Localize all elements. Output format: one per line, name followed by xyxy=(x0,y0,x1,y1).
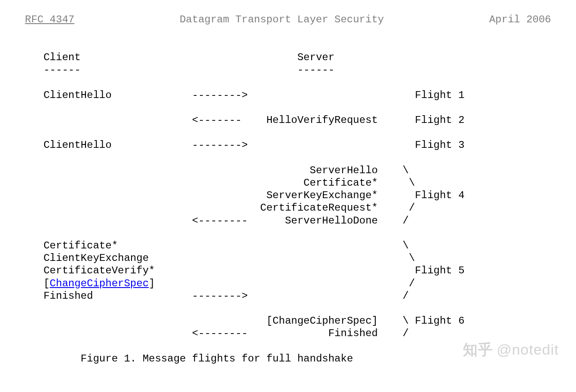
diagram-line: ClientHello --------> Flight 3 xyxy=(25,139,465,151)
diagram-line: CertificateVerify* Flight 5 xyxy=(25,265,465,276)
diagram-line: ------ ------ xyxy=(25,64,334,76)
diagram-line: Certificate* \ xyxy=(25,177,415,189)
diagram-line: ] / xyxy=(149,278,415,289)
diagram-line: ServerHello \ xyxy=(25,165,409,176)
diagram-line: ClientHello --------> Flight 1 xyxy=(25,89,465,101)
diagram-line: <------- HelloVerifyRequest Flight 2 xyxy=(25,114,465,126)
rfc-link[interactable]: RFC 4347 xyxy=(25,14,74,25)
document-page: RFC 4347 Datagram Transport Layer Securi… xyxy=(0,0,576,365)
diagram-line: <-------- ServerHelloDone / xyxy=(25,215,409,227)
diagram-line: [ xyxy=(25,278,50,289)
diagram-line: [ChangeCipherSpec] \ Flight 6 xyxy=(25,315,465,327)
figure-caption: Figure 1. Message flights for full hands… xyxy=(25,353,353,364)
diagram-line: Certificate* \ xyxy=(25,240,409,251)
doc-title: Datagram Transport Layer Security xyxy=(180,14,384,25)
page-header: RFC 4347 Datagram Transport Layer Securi… xyxy=(25,14,551,25)
diagram-line: Finished --------> / xyxy=(25,290,409,302)
diagram-line: <-------- Finished / xyxy=(25,328,409,339)
diagram-line: CertificateRequest* / xyxy=(25,202,415,214)
diagram-line: Client Server xyxy=(25,52,334,63)
diagram-line: ServerKeyExchange* Flight 4 xyxy=(25,190,465,201)
changecipherspec-link[interactable]: ChangeCipherSpec xyxy=(50,278,149,289)
handshake-diagram: Client Server ------ ------ ClientHello … xyxy=(25,51,551,365)
doc-date: April 2006 xyxy=(489,14,551,25)
diagram-line: ClientKeyExchange \ xyxy=(25,252,415,264)
